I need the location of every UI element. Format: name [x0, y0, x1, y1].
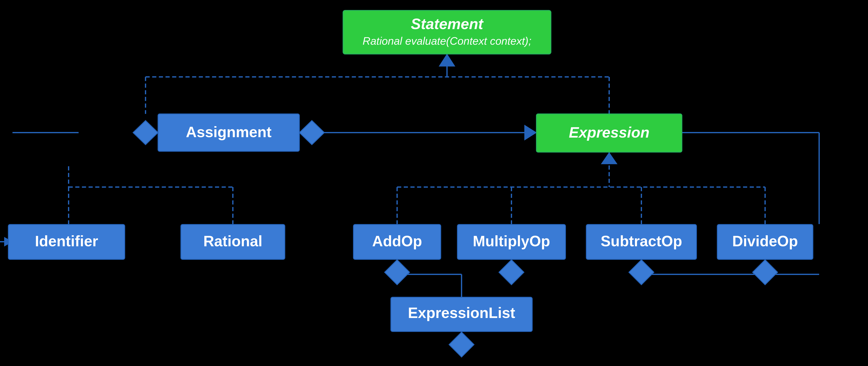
- statement-label: Statement: [411, 15, 484, 32]
- expressionlist-label: ExpressionList: [408, 304, 515, 321]
- addop-label: AddOp: [372, 233, 422, 249]
- addop-bottom-diamond: [384, 260, 410, 285]
- divideop-label: DivideOp: [732, 233, 798, 249]
- multiplyop-label: MultiplyOp: [473, 233, 550, 249]
- subtractop-bottom-diamond: [629, 260, 654, 285]
- divideop-bottom-diamond: [753, 260, 778, 285]
- rational-label: Rational: [203, 233, 262, 249]
- diagram-container: Statement Rational evaluate(Context cont…: [0, 0, 868, 366]
- svg-marker-8: [524, 125, 537, 140]
- statement-sublabel: Rational evaluate(Context context);: [363, 35, 531, 47]
- assignment-right-diamond: [299, 121, 324, 145]
- expressionlist-bottom-diamond: [449, 332, 474, 357]
- identifier-label: Identifier: [35, 233, 98, 249]
- svg-marker-5: [439, 54, 455, 67]
- assignment-left-diamond: [133, 121, 158, 145]
- svg-marker-21: [601, 152, 618, 164]
- expression-label: Expression: [569, 124, 650, 141]
- subtractop-label: SubtractOp: [601, 233, 682, 249]
- multiplyop-bottom-diamond: [499, 260, 524, 285]
- assignment-label: Assignment: [186, 124, 272, 140]
